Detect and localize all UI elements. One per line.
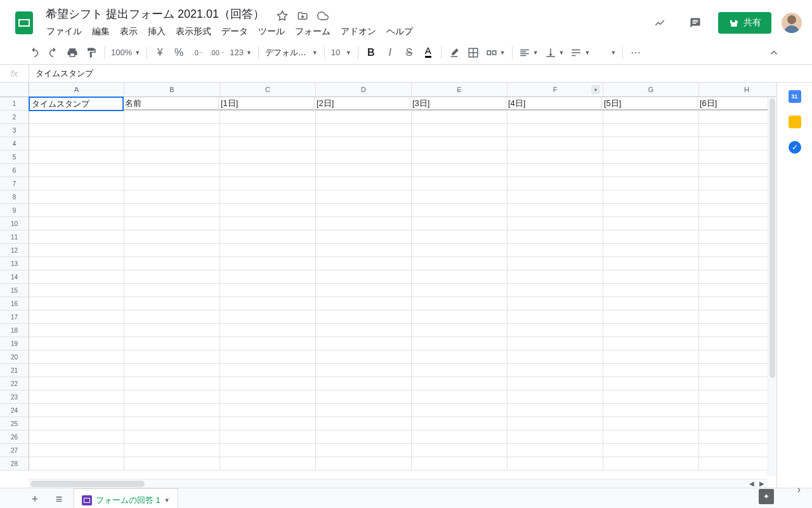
cell[interactable] xyxy=(220,110,316,124)
add-sheet-button[interactable]: + xyxy=(25,490,44,509)
cell[interactable] xyxy=(124,177,220,190)
cell[interactable] xyxy=(316,444,412,457)
row-header[interactable]: 27 xyxy=(0,444,29,457)
cell[interactable] xyxy=(603,404,699,417)
row-header[interactable]: 6 xyxy=(0,164,29,177)
comments-icon[interactable] xyxy=(683,10,708,36)
column-header[interactable]: E xyxy=(412,83,508,97)
cell[interactable] xyxy=(699,404,776,417)
cell[interactable] xyxy=(412,190,508,204)
fill-color-button[interactable] xyxy=(445,44,463,62)
menu-item[interactable]: アドオン xyxy=(336,23,381,40)
cell[interactable] xyxy=(412,137,508,150)
explore-button[interactable] xyxy=(759,489,774,504)
italic-button[interactable]: I xyxy=(381,44,399,62)
cell[interactable] xyxy=(603,337,699,351)
cell[interactable] xyxy=(316,417,412,431)
cell[interactable] xyxy=(124,417,220,431)
row-header[interactable]: 2 xyxy=(0,110,29,124)
cell[interactable] xyxy=(699,190,776,204)
currency-button[interactable]: ¥ xyxy=(151,44,169,62)
cell[interactable] xyxy=(603,190,699,204)
cell[interactable] xyxy=(699,284,776,297)
cell[interactable] xyxy=(29,271,124,284)
cell[interactable] xyxy=(699,444,776,457)
row-header[interactable]: 24 xyxy=(0,404,29,417)
cell[interactable] xyxy=(124,150,220,164)
cell[interactable] xyxy=(29,244,124,257)
zoom-dropdown[interactable]: 100%▼ xyxy=(108,45,143,60)
cell[interactable] xyxy=(220,164,316,177)
cell[interactable] xyxy=(412,271,508,284)
menu-item[interactable]: データ xyxy=(217,23,252,40)
cell[interactable] xyxy=(220,337,316,351)
percent-button[interactable]: % xyxy=(170,44,188,62)
cell[interactable] xyxy=(316,404,412,417)
cell[interactable] xyxy=(316,150,412,164)
row-header[interactable]: 16 xyxy=(0,297,29,311)
cell[interactable] xyxy=(412,177,508,190)
cell[interactable] xyxy=(29,164,124,177)
cell[interactable]: タイムスタンプ xyxy=(29,97,124,111)
cell[interactable] xyxy=(603,231,699,244)
more-button[interactable]: ⋯ xyxy=(627,44,645,62)
cell[interactable] xyxy=(603,271,699,284)
filter-icon[interactable]: ▾ xyxy=(591,85,600,94)
cell[interactable] xyxy=(29,150,124,164)
cell[interactable] xyxy=(124,337,220,351)
cell[interactable] xyxy=(603,257,699,271)
cell[interactable] xyxy=(29,110,124,124)
cell[interactable]: [4日] xyxy=(506,97,602,110)
cell[interactable] xyxy=(316,297,412,311)
cell[interactable] xyxy=(316,324,412,337)
cell[interactable] xyxy=(29,177,124,190)
cell[interactable] xyxy=(29,377,124,391)
font-dropdown[interactable]: デフォルト...▼ xyxy=(263,45,320,60)
row-header[interactable]: 3 xyxy=(0,124,29,137)
valign-dropdown[interactable]: ▼ xyxy=(542,45,567,60)
cell[interactable] xyxy=(316,337,412,351)
cell[interactable] xyxy=(508,204,603,217)
cell[interactable] xyxy=(603,364,699,377)
cell[interactable] xyxy=(699,124,776,137)
cell[interactable] xyxy=(220,431,316,444)
cell[interactable]: [5日] xyxy=(602,97,698,110)
cell[interactable] xyxy=(508,364,603,377)
row-header[interactable]: 23 xyxy=(0,391,29,404)
cell[interactable] xyxy=(220,231,316,244)
row-header[interactable]: 25 xyxy=(0,417,29,431)
side-expand-icon[interactable]: › xyxy=(797,484,801,495)
cell[interactable] xyxy=(316,257,412,271)
cell[interactable] xyxy=(699,217,776,231)
paint-format-button[interactable] xyxy=(82,44,100,62)
row-header[interactable]: 18 xyxy=(0,324,29,337)
row-header[interactable]: 17 xyxy=(0,311,29,324)
cell[interactable] xyxy=(699,351,776,364)
cell[interactable] xyxy=(412,337,508,351)
row-header[interactable]: 1 xyxy=(0,97,29,110)
cell[interactable]: [6日] xyxy=(698,97,776,110)
cell[interactable] xyxy=(124,231,220,244)
cell[interactable] xyxy=(412,150,508,164)
cell[interactable] xyxy=(124,457,220,471)
row-header[interactable]: 20 xyxy=(0,351,29,364)
cell[interactable] xyxy=(124,204,220,217)
cell[interactable] xyxy=(699,364,776,377)
cell[interactable] xyxy=(508,164,603,177)
cell[interactable] xyxy=(29,431,124,444)
row-header[interactable]: 19 xyxy=(0,337,29,351)
activity-icon[interactable] xyxy=(647,10,672,36)
cell[interactable] xyxy=(316,217,412,231)
decrease-decimal-button[interactable]: .0← xyxy=(189,44,207,62)
menu-item[interactable]: 編集 xyxy=(88,23,114,40)
cell[interactable] xyxy=(699,417,776,431)
cell[interactable] xyxy=(508,217,603,231)
cell[interactable] xyxy=(124,164,220,177)
cell[interactable]: 名前 xyxy=(123,97,219,110)
cell[interactable] xyxy=(412,324,508,337)
cell[interactable] xyxy=(124,404,220,417)
cell[interactable] xyxy=(124,377,220,391)
row-header[interactable]: 10 xyxy=(0,217,29,231)
cell[interactable] xyxy=(699,257,776,271)
menu-item[interactable]: ヘルプ xyxy=(382,23,417,40)
